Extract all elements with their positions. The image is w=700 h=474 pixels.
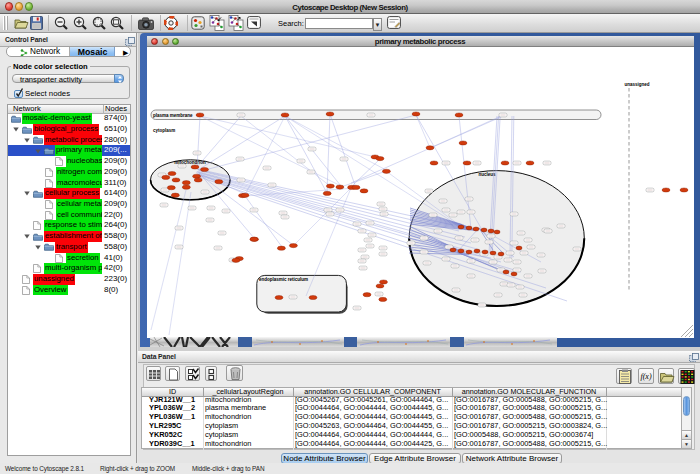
svg-text:endoplasmic reticulum: endoplasmic reticulum (259, 277, 308, 282)
svg-text:cytoplasm: cytoplasm (153, 128, 175, 133)
svg-text:unassigned: unassigned (624, 82, 649, 87)
svg-text:plasma membrane: plasma membrane (153, 113, 193, 118)
